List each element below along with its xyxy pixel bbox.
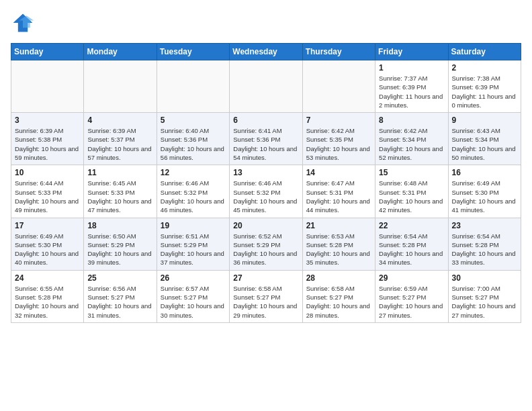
day-number: 16 xyxy=(452,168,517,177)
day-number: 26 xyxy=(161,273,226,283)
calendar-week-row: 17Sunrise: 6:49 AM Sunset: 5:30 PM Dayli… xyxy=(11,218,521,270)
calendar-day-cell: 26Sunrise: 6:57 AM Sunset: 5:27 PM Dayli… xyxy=(157,270,229,322)
calendar-week-row: 1Sunrise: 7:37 AM Sunset: 6:39 PM Daylig… xyxy=(11,60,521,113)
calendar-day-cell: 4Sunrise: 6:39 AM Sunset: 5:37 PM Daylig… xyxy=(84,113,157,165)
calendar-day-cell xyxy=(84,60,157,113)
day-info: Sunrise: 6:54 AM Sunset: 5:28 PM Dayligh… xyxy=(379,232,444,267)
day-number: 17 xyxy=(15,221,80,230)
day-info: Sunrise: 6:41 AM Sunset: 5:36 PM Dayligh… xyxy=(233,126,298,162)
page-header xyxy=(11,11,521,35)
day-info: Sunrise: 7:38 AM Sunset: 6:39 PM Dayligh… xyxy=(452,74,517,109)
day-number: 12 xyxy=(161,168,226,177)
day-info: Sunrise: 6:48 AM Sunset: 5:31 PM Dayligh… xyxy=(379,179,444,214)
calendar-day-cell xyxy=(302,60,375,113)
day-number: 27 xyxy=(233,273,298,283)
day-info: Sunrise: 6:58 AM Sunset: 5:27 PM Dayligh… xyxy=(233,284,298,320)
day-info: Sunrise: 6:49 AM Sunset: 5:30 PM Dayligh… xyxy=(452,179,517,214)
day-number: 4 xyxy=(87,116,152,125)
weekday-header: Wednesday xyxy=(230,44,302,60)
day-info: Sunrise: 7:00 AM Sunset: 5:27 PM Dayligh… xyxy=(452,284,517,320)
day-number: 24 xyxy=(15,273,80,283)
day-number: 23 xyxy=(452,221,517,230)
calendar-week-row: 10Sunrise: 6:44 AM Sunset: 5:33 PM Dayli… xyxy=(11,165,521,218)
day-number: 2 xyxy=(452,63,517,73)
weekday-header: Friday xyxy=(375,44,448,60)
day-number: 13 xyxy=(233,168,298,177)
calendar-day-cell: 3Sunrise: 6:39 AM Sunset: 5:38 PM Daylig… xyxy=(11,113,84,165)
day-number: 20 xyxy=(233,221,298,230)
day-info: Sunrise: 6:52 AM Sunset: 5:29 PM Dayligh… xyxy=(233,232,298,267)
calendar-header-row: SundayMondayTuesdayWednesdayThursdayFrid… xyxy=(11,44,521,60)
day-number: 11 xyxy=(87,168,152,177)
calendar-day-cell: 5Sunrise: 6:40 AM Sunset: 5:36 PM Daylig… xyxy=(157,113,229,165)
calendar-day-cell: 21Sunrise: 6:53 AM Sunset: 5:28 PM Dayli… xyxy=(302,218,375,270)
calendar-day-cell: 11Sunrise: 6:45 AM Sunset: 5:33 PM Dayli… xyxy=(84,165,157,218)
calendar-day-cell: 1Sunrise: 7:37 AM Sunset: 6:39 PM Daylig… xyxy=(375,60,448,113)
day-number: 6 xyxy=(233,116,298,125)
day-number: 8 xyxy=(379,116,444,125)
calendar-day-cell xyxy=(11,60,84,113)
day-number: 5 xyxy=(161,116,226,125)
calendar-day-cell xyxy=(157,60,229,113)
calendar-day-cell: 9Sunrise: 6:43 AM Sunset: 5:34 PM Daylig… xyxy=(448,113,521,165)
day-info: Sunrise: 6:45 AM Sunset: 5:33 PM Dayligh… xyxy=(87,179,152,214)
day-info: Sunrise: 6:55 AM Sunset: 5:28 PM Dayligh… xyxy=(15,284,80,320)
calendar-day-cell: 7Sunrise: 6:42 AM Sunset: 5:35 PM Daylig… xyxy=(302,113,375,165)
day-info: Sunrise: 6:40 AM Sunset: 5:36 PM Dayligh… xyxy=(161,126,226,162)
calendar-day-cell: 8Sunrise: 6:42 AM Sunset: 5:34 PM Daylig… xyxy=(375,113,448,165)
calendar-day-cell: 20Sunrise: 6:52 AM Sunset: 5:29 PM Dayli… xyxy=(230,218,302,270)
day-info: Sunrise: 6:50 AM Sunset: 5:29 PM Dayligh… xyxy=(87,232,152,267)
calendar-day-cell: 23Sunrise: 6:54 AM Sunset: 5:28 PM Dayli… xyxy=(448,218,521,270)
day-info: Sunrise: 6:47 AM Sunset: 5:31 PM Dayligh… xyxy=(306,179,371,214)
day-info: Sunrise: 6:59 AM Sunset: 5:27 PM Dayligh… xyxy=(379,284,444,320)
day-info: Sunrise: 6:44 AM Sunset: 5:33 PM Dayligh… xyxy=(15,179,80,214)
calendar-day-cell xyxy=(230,60,302,113)
day-info: Sunrise: 6:43 AM Sunset: 5:34 PM Dayligh… xyxy=(452,126,517,162)
calendar-day-cell: 6Sunrise: 6:41 AM Sunset: 5:36 PM Daylig… xyxy=(230,113,302,165)
day-info: Sunrise: 6:53 AM Sunset: 5:28 PM Dayligh… xyxy=(306,232,371,267)
calendar-day-cell: 18Sunrise: 6:50 AM Sunset: 5:29 PM Dayli… xyxy=(84,218,157,270)
day-info: Sunrise: 6:49 AM Sunset: 5:30 PM Dayligh… xyxy=(15,232,80,267)
calendar-day-cell: 29Sunrise: 6:59 AM Sunset: 5:27 PM Dayli… xyxy=(375,270,448,322)
calendar-day-cell: 24Sunrise: 6:55 AM Sunset: 5:28 PM Dayli… xyxy=(11,270,84,322)
calendar-day-cell: 13Sunrise: 6:46 AM Sunset: 5:32 PM Dayli… xyxy=(230,165,302,218)
calendar-week-row: 24Sunrise: 6:55 AM Sunset: 5:28 PM Dayli… xyxy=(11,270,521,322)
day-number: 21 xyxy=(306,221,371,230)
day-info: Sunrise: 6:58 AM Sunset: 5:27 PM Dayligh… xyxy=(306,284,371,320)
day-number: 7 xyxy=(306,116,371,125)
calendar-day-cell: 15Sunrise: 6:48 AM Sunset: 5:31 PM Dayli… xyxy=(375,165,448,218)
calendar-day-cell: 27Sunrise: 6:58 AM Sunset: 5:27 PM Dayli… xyxy=(230,270,302,322)
day-info: Sunrise: 6:39 AM Sunset: 5:37 PM Dayligh… xyxy=(87,126,152,162)
day-number: 30 xyxy=(452,273,517,283)
day-number: 22 xyxy=(379,221,444,230)
weekday-header: Monday xyxy=(84,44,157,60)
calendar-day-cell: 12Sunrise: 6:46 AM Sunset: 5:32 PM Dayli… xyxy=(157,165,229,218)
day-number: 29 xyxy=(379,273,444,283)
day-info: Sunrise: 6:46 AM Sunset: 5:32 PM Dayligh… xyxy=(161,179,226,214)
logo xyxy=(11,11,38,35)
day-number: 9 xyxy=(452,116,517,125)
calendar-week-row: 3Sunrise: 6:39 AM Sunset: 5:38 PM Daylig… xyxy=(11,113,521,165)
calendar-day-cell: 10Sunrise: 6:44 AM Sunset: 5:33 PM Dayli… xyxy=(11,165,84,218)
calendar-day-cell: 22Sunrise: 6:54 AM Sunset: 5:28 PM Dayli… xyxy=(375,218,448,270)
day-number: 10 xyxy=(15,168,80,177)
calendar-day-cell: 30Sunrise: 7:00 AM Sunset: 5:27 PM Dayli… xyxy=(448,270,521,322)
day-info: Sunrise: 7:37 AM Sunset: 6:39 PM Dayligh… xyxy=(379,74,444,109)
day-info: Sunrise: 6:51 AM Sunset: 5:29 PM Dayligh… xyxy=(161,232,226,267)
calendar-day-cell: 28Sunrise: 6:58 AM Sunset: 5:27 PM Dayli… xyxy=(302,270,375,322)
day-info: Sunrise: 6:56 AM Sunset: 5:27 PM Dayligh… xyxy=(87,284,152,320)
day-info: Sunrise: 6:42 AM Sunset: 5:35 PM Dayligh… xyxy=(306,126,371,162)
day-number: 18 xyxy=(87,221,152,230)
weekday-header: Saturday xyxy=(448,44,521,60)
calendar-table: SundayMondayTuesdayWednesdayThursdayFrid… xyxy=(11,43,521,323)
logo-icon xyxy=(11,11,35,35)
day-number: 3 xyxy=(15,116,80,125)
calendar-day-cell: 14Sunrise: 6:47 AM Sunset: 5:31 PM Dayli… xyxy=(302,165,375,218)
day-info: Sunrise: 6:57 AM Sunset: 5:27 PM Dayligh… xyxy=(161,284,226,320)
day-info: Sunrise: 6:42 AM Sunset: 5:34 PM Dayligh… xyxy=(379,126,444,162)
calendar-day-cell: 2Sunrise: 7:38 AM Sunset: 6:39 PM Daylig… xyxy=(448,60,521,113)
day-info: Sunrise: 6:39 AM Sunset: 5:38 PM Dayligh… xyxy=(15,126,80,162)
calendar-day-cell: 17Sunrise: 6:49 AM Sunset: 5:30 PM Dayli… xyxy=(11,218,84,270)
day-number: 14 xyxy=(306,168,371,177)
day-number: 25 xyxy=(87,273,152,283)
